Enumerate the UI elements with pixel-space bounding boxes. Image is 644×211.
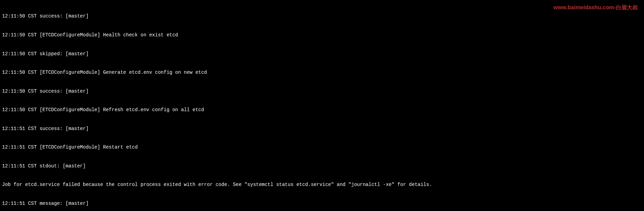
log-line: Job for etcd.service failed because the … bbox=[2, 181, 642, 188]
log-line: 12:11:50 CST success: [master] bbox=[2, 88, 642, 94]
terminal-output: 12:11:50 CST success: [master] 12:11:50 … bbox=[2, 1, 642, 211]
log-line: 12:11:51 CST message: [master] bbox=[2, 200, 642, 207]
log-line: 12:11:51 CST success: [master] bbox=[2, 126, 642, 132]
log-line: 12:11:50 CST [ETCDConfigureModule] Refre… bbox=[2, 107, 642, 113]
log-line: 12:11:50 CST [ETCDConfigureModule] Gener… bbox=[2, 69, 642, 75]
log-line: 12:11:51 CST [ETCDConfigureModule] Resta… bbox=[2, 144, 642, 150]
log-line: 12:11:50 CST [ETCDConfigureModule] Healt… bbox=[2, 32, 642, 38]
watermark-text: www.baimeidashu.com-白眉大叔 bbox=[553, 4, 638, 11]
log-line: 12:11:51 CST stdout: [master] bbox=[2, 163, 642, 169]
log-line: 12:11:50 CST skipped: [master] bbox=[2, 51, 642, 57]
log-line: 12:11:50 CST success: [master] bbox=[2, 13, 642, 19]
